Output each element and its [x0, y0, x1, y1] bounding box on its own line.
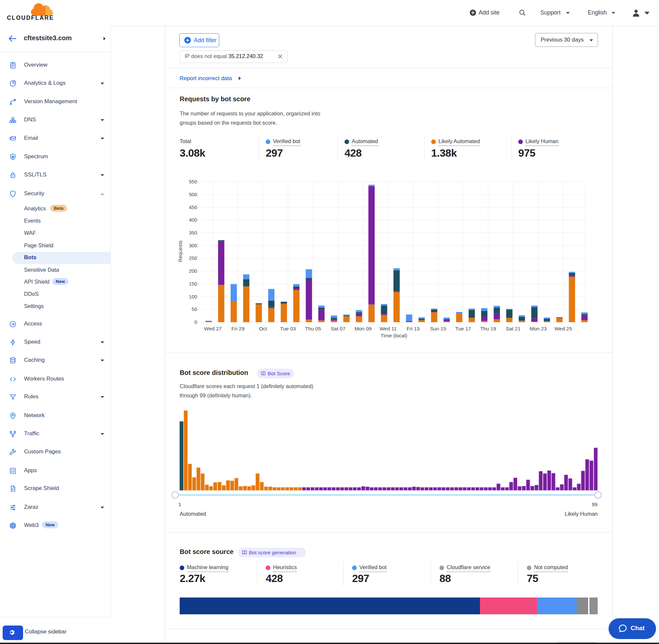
svg-text:50: 50: [191, 306, 197, 312]
svg-text:Sun 15: Sun 15: [430, 326, 446, 331]
svg-text:Wed 27: Wed 27: [204, 326, 221, 331]
svg-text:Sat 07: Sat 07: [331, 326, 346, 331]
svg-text:Requests: Requests: [178, 240, 183, 262]
svg-text:200: 200: [189, 268, 197, 274]
svg-text:Mon 23: Mon 23: [530, 326, 547, 331]
svg-text:400: 400: [189, 217, 197, 223]
svg-text:Mon 09: Mon 09: [354, 326, 372, 331]
svg-text:Tue 17: Tue 17: [455, 326, 471, 331]
svg-text:550: 550: [189, 179, 197, 184]
svg-text:Time (local): Time (local): [381, 333, 407, 338]
svg-text:350: 350: [189, 230, 197, 235]
svg-text:250: 250: [189, 255, 197, 261]
svg-text:500: 500: [189, 191, 197, 197]
svg-text:0: 0: [194, 319, 197, 325]
svg-text:Wed 11: Wed 11: [379, 326, 397, 331]
svg-text:Thu 05: Thu 05: [305, 326, 321, 331]
svg-text:300: 300: [189, 243, 197, 248]
svg-text:100: 100: [189, 294, 197, 299]
svg-text:Fri 13: Fri 13: [406, 326, 420, 331]
svg-text:Sat 21: Sat 21: [506, 326, 521, 331]
svg-text:450: 450: [189, 204, 197, 210]
svg-text:150: 150: [189, 281, 197, 286]
svg-text:Thu 19: Thu 19: [480, 326, 496, 331]
svg-text:Oct: Oct: [259, 326, 267, 331]
svg-text:Fri 29: Fri 29: [231, 326, 244, 331]
svg-text:Wed 25: Wed 25: [555, 326, 572, 331]
svg-text:Tue 03: Tue 03: [280, 326, 296, 331]
